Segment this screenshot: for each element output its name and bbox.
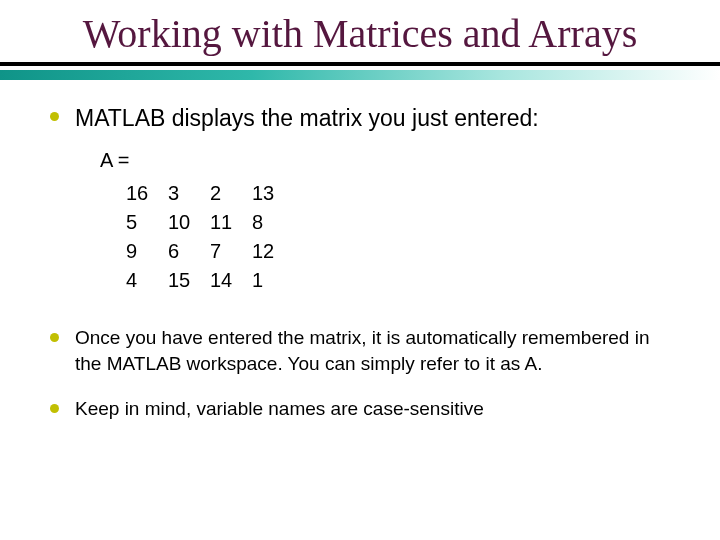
matrix-cell: 11	[210, 208, 252, 237]
bullet-item: Keep in mind, variable names are case-se…	[50, 396, 670, 422]
spacer	[50, 388, 670, 396]
bullet-icon	[50, 333, 59, 342]
matrix-cell: 3	[168, 179, 210, 208]
table-row: 9 6 7 12	[126, 237, 294, 266]
matrix-cell: 2	[210, 179, 252, 208]
slide-content: MATLAB displays the matrix you just ente…	[0, 80, 720, 422]
bullet-item: MATLAB displays the matrix you just ente…	[50, 104, 670, 134]
matrix-label: A =	[100, 146, 670, 175]
table-row: 4 15 14 1	[126, 266, 294, 295]
matrix-cell: 8	[252, 208, 294, 237]
divider-bar	[0, 70, 720, 80]
slide: Working with Matrices and Arrays MATLAB …	[0, 0, 720, 540]
matrix-cell: 5	[126, 208, 168, 237]
matrix-cell: 10	[168, 208, 210, 237]
matrix-grid: 16 3 2 13 5 10 11 8 9 6 7	[126, 179, 670, 295]
bullet-icon	[50, 404, 59, 413]
matrix-cell: 1	[252, 266, 294, 295]
matrix-cell: 9	[126, 237, 168, 266]
matrix-cell: 13	[252, 179, 294, 208]
matrix-output: A = 16 3 2 13 5 10 11 8	[100, 146, 670, 295]
matrix-cell: 14	[210, 266, 252, 295]
matrix-cell: 4	[126, 266, 168, 295]
matrix-cell: 12	[252, 237, 294, 266]
table-row: 5 10 11 8	[126, 208, 294, 237]
bullet-icon	[50, 112, 59, 121]
title-divider	[0, 62, 720, 80]
matrix-cell: 16	[126, 179, 168, 208]
bullet-text: Once you have entered the matrix, it is …	[75, 325, 670, 376]
bullet-text: Keep in mind, variable names are case-se…	[75, 396, 484, 422]
bullet-text: MATLAB displays the matrix you just ente…	[75, 104, 539, 134]
matrix-cell: 15	[168, 266, 210, 295]
divider-line	[0, 62, 720, 66]
table-row: 16 3 2 13	[126, 179, 294, 208]
matrix-cell: 6	[168, 237, 210, 266]
bullet-item: Once you have entered the matrix, it is …	[50, 325, 670, 376]
matrix-cell: 7	[210, 237, 252, 266]
slide-title: Working with Matrices and Arrays	[0, 0, 720, 62]
